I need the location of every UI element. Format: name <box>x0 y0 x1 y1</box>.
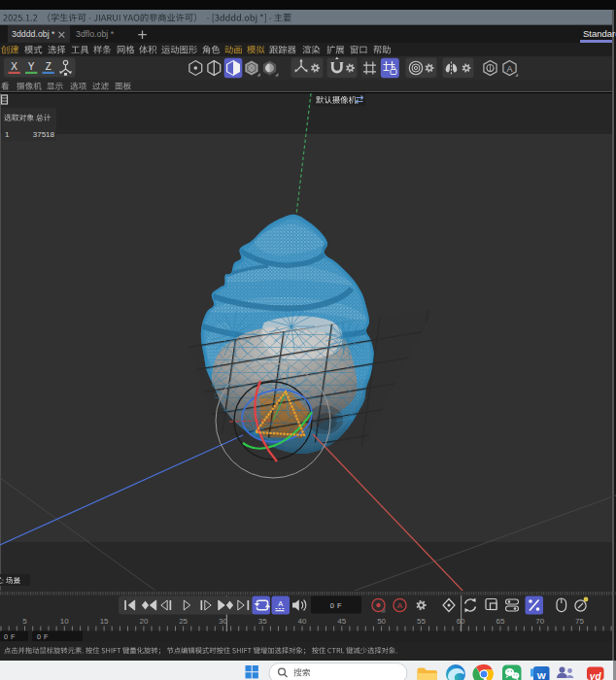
svg-text:10: 10 <box>60 617 69 626</box>
svg-text:3dflo.obj *: 3dflo.obj * <box>76 29 115 39</box>
svg-text:0 F: 0 F <box>37 632 49 641</box>
svg-text:Y: Y <box>28 61 35 72</box>
svg-text:A: A <box>397 601 403 610</box>
svg-text:Z: Z <box>46 61 51 72</box>
svg-text:3dddd.obj *: 3dddd.obj * <box>12 29 55 39</box>
svg-text:15: 15 <box>100 617 109 626</box>
svg-text:25: 25 <box>179 617 188 626</box>
svg-text:65: 65 <box>496 617 504 626</box>
svg-text:37518: 37518 <box>33 130 55 139</box>
svg-text:20: 20 <box>139 617 148 626</box>
svg-text:0 F: 0 F <box>330 601 342 610</box>
svg-text:W: W <box>537 670 546 680</box>
svg-text:X: X <box>11 61 17 72</box>
svg-text:55: 55 <box>417 617 426 626</box>
svg-text:40: 40 <box>298 617 307 626</box>
svg-text:50: 50 <box>377 617 386 626</box>
svg-text:A: A <box>278 599 283 608</box>
svg-text:70: 70 <box>535 617 544 626</box>
svg-text:5: 5 <box>22 617 27 626</box>
svg-text:35: 35 <box>258 617 267 626</box>
svg-text:Standard: Standard <box>583 28 616 39</box>
svg-text:yd: yd <box>589 671 602 680</box>
svg-text:45: 45 <box>337 617 346 626</box>
svg-text:0 F: 0 F <box>4 632 16 641</box>
svg-text:75: 75 <box>575 617 584 626</box>
svg-text:1: 1 <box>5 130 10 139</box>
svg-text:A: A <box>506 64 512 74</box>
